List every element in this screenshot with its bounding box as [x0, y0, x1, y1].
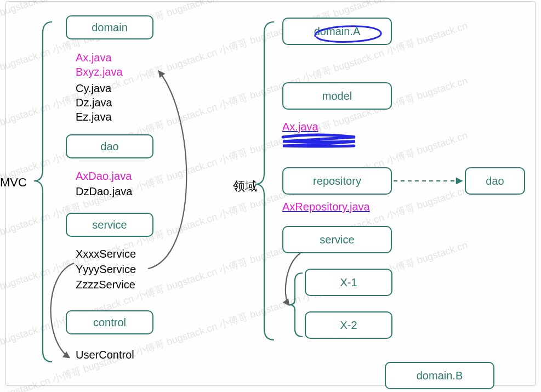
box-dao-right: dao: [465, 167, 525, 195]
file-yyyy-service: YyyyService: [76, 263, 136, 276]
file-axdao-java: AxDao.java: [76, 170, 132, 183]
box-dao: dao: [66, 134, 153, 158]
file-ax-java-right: Ax.java: [282, 121, 318, 133]
domain-driven-label: 领域: [233, 178, 257, 195]
box-repository: repository: [282, 167, 392, 195]
mvc-label: MVC: [0, 175, 27, 190]
file-bxyz-java: Bxyz.java: [76, 66, 123, 78]
diagram-canvas: 小傅哥 bugstack.cn 小傅哥 bugstack.cn 小傅哥 bugs…: [0, 0, 541, 392]
box-service-r: service: [282, 226, 392, 253]
file-ax-repository-java: AxRepository.java: [282, 201, 370, 213]
file-dzdao-java: DzDao.java: [76, 185, 132, 198]
file-cy-java: Cy.java: [76, 82, 111, 95]
text-domain-a: domain.A: [314, 25, 361, 38]
file-zzzz-service: ZzzzService: [76, 279, 135, 291]
box-x2: X-2: [305, 311, 392, 339]
box-domain: domain: [66, 15, 153, 39]
box-control: control: [66, 310, 153, 334]
box-domain-b: domain.B: [385, 362, 494, 389]
file-ax-java: Ax.java: [76, 52, 112, 64]
file-ez-java: Ez.java: [76, 111, 112, 123]
box-domain-a: domain.A: [282, 18, 392, 45]
file-dz-java: Dz.java: [76, 96, 112, 109]
box-model: model: [282, 82, 392, 110]
box-service: service: [66, 213, 153, 237]
file-xxxx-service: XxxxService: [76, 248, 136, 260]
box-x1: X-1: [305, 269, 392, 296]
file-user-control: UserControl: [76, 349, 134, 361]
